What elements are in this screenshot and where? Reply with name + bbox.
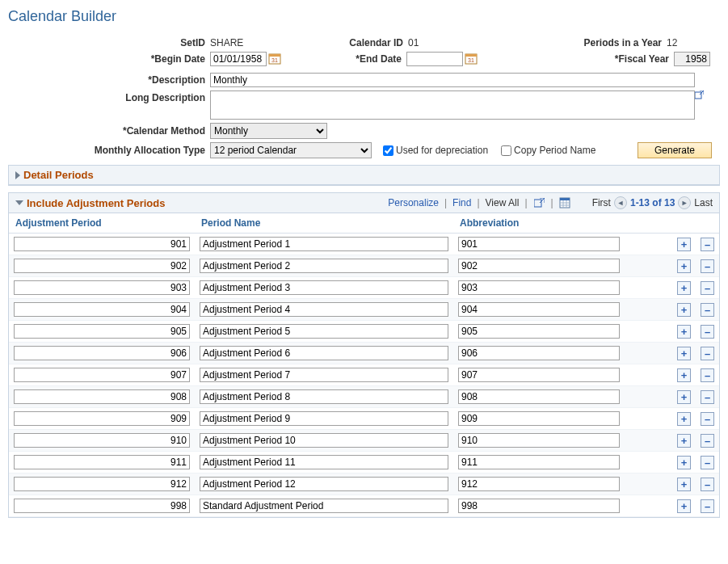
abbreviation-input[interactable] xyxy=(458,302,620,317)
delete-row-button[interactable]: – xyxy=(701,238,714,251)
add-row-button[interactable]: + xyxy=(677,238,691,251)
adjustment-period-input[interactable] xyxy=(14,389,190,404)
abbreviation-input[interactable] xyxy=(458,324,620,339)
adjustment-period-input[interactable] xyxy=(14,324,190,339)
adjustment-period-input[interactable] xyxy=(14,499,190,513)
calendar-id-label: Calendar ID xyxy=(343,37,408,48)
adjustment-period-input[interactable] xyxy=(14,477,190,491)
adjustment-periods-title: Include Adjustment Periods xyxy=(27,197,165,209)
col-period-name[interactable]: Period Name xyxy=(195,213,453,234)
svg-text:31: 31 xyxy=(271,57,278,63)
period-name-input[interactable] xyxy=(200,455,448,469)
last-link[interactable]: Last xyxy=(694,197,713,208)
abbreviation-input[interactable] xyxy=(458,411,620,426)
calendar-icon[interactable]: 31 xyxy=(268,53,281,65)
detail-periods-header[interactable]: Detail Periods xyxy=(9,166,719,185)
period-name-input[interactable] xyxy=(200,324,448,339)
adjustment-period-input[interactable] xyxy=(14,237,190,251)
add-row-button[interactable]: + xyxy=(677,347,691,360)
abbreviation-input[interactable] xyxy=(458,368,620,382)
abbreviation-input[interactable] xyxy=(458,499,620,513)
personalize-link[interactable]: Personalize xyxy=(388,197,439,208)
abbreviation-input[interactable] xyxy=(458,477,620,491)
copy-period-name-checkbox[interactable] xyxy=(501,145,511,156)
add-row-button[interactable]: + xyxy=(677,478,691,491)
period-name-input[interactable] xyxy=(200,499,448,513)
delete-row-button[interactable]: – xyxy=(701,456,714,469)
col-adjustment-period[interactable]: Adjustment Period xyxy=(9,213,195,234)
adjustment-period-input[interactable] xyxy=(14,259,190,273)
end-date-label: *End Date xyxy=(342,53,406,65)
period-name-input[interactable] xyxy=(200,477,448,491)
adjustment-period-input[interactable] xyxy=(14,368,190,382)
add-row-button[interactable]: + xyxy=(677,499,691,513)
table-row: +– xyxy=(9,495,719,517)
add-row-button[interactable]: + xyxy=(677,412,691,426)
add-row-button[interactable]: + xyxy=(677,303,691,317)
abbreviation-input[interactable] xyxy=(458,259,620,273)
delete-row-button[interactable]: – xyxy=(701,325,714,339)
adjustment-period-input[interactable] xyxy=(14,346,190,360)
begin-date-input[interactable] xyxy=(210,52,267,66)
abbreviation-input[interactable] xyxy=(458,346,620,360)
chevron-down-icon xyxy=(15,200,23,205)
zoom-icon[interactable] xyxy=(533,197,545,209)
add-row-button[interactable]: + xyxy=(677,456,691,469)
period-name-input[interactable] xyxy=(200,280,448,295)
period-name-input[interactable] xyxy=(200,259,448,273)
generate-button[interactable]: Generate xyxy=(638,142,712,158)
adjustment-period-input[interactable] xyxy=(14,411,190,426)
description-input[interactable] xyxy=(210,73,695,87)
abbreviation-input[interactable] xyxy=(458,237,620,251)
delete-row-button[interactable]: – xyxy=(701,281,714,295)
delete-row-button[interactable]: – xyxy=(701,499,714,513)
delete-row-button[interactable]: – xyxy=(701,347,714,360)
download-icon[interactable] xyxy=(559,197,571,209)
monthly-alloc-select[interactable]: 12 period Calendar xyxy=(210,142,372,158)
abbreviation-input[interactable] xyxy=(458,280,620,295)
period-name-input[interactable] xyxy=(200,368,448,382)
delete-row-button[interactable]: – xyxy=(701,368,714,382)
adjustment-periods-toggle[interactable]: Include Adjustment Periods xyxy=(15,197,165,209)
add-row-button[interactable]: + xyxy=(677,368,691,382)
add-row-button[interactable]: + xyxy=(677,434,691,448)
view-all-link[interactable]: View All xyxy=(486,197,520,208)
period-name-input[interactable] xyxy=(200,237,448,251)
long-description-input[interactable] xyxy=(210,90,695,120)
delete-row-button[interactable]: – xyxy=(701,390,714,404)
adjustment-period-input[interactable] xyxy=(14,280,190,295)
delete-row-button[interactable]: – xyxy=(701,478,714,491)
find-link[interactable]: Find xyxy=(452,197,471,208)
fiscal-year-input[interactable] xyxy=(674,52,710,66)
adjustment-period-input[interactable] xyxy=(14,455,190,469)
adjustment-period-input[interactable] xyxy=(14,433,190,448)
add-row-button[interactable]: + xyxy=(677,259,691,273)
abbreviation-input[interactable] xyxy=(458,433,620,448)
abbreviation-input[interactable] xyxy=(458,455,620,469)
delete-row-button[interactable]: – xyxy=(701,412,714,426)
delete-row-button[interactable]: – xyxy=(701,259,714,273)
period-name-input[interactable] xyxy=(200,389,448,404)
delete-row-button[interactable]: – xyxy=(701,434,714,448)
first-link[interactable]: First xyxy=(592,197,611,208)
expand-icon[interactable] xyxy=(695,90,704,99)
table-row: +– xyxy=(9,452,719,474)
period-name-input[interactable] xyxy=(200,302,448,317)
add-row-button[interactable]: + xyxy=(677,390,691,404)
end-date-input[interactable] xyxy=(406,52,463,66)
adjustment-period-input[interactable] xyxy=(14,302,190,317)
add-row-button[interactable]: + xyxy=(677,325,691,339)
add-row-button[interactable]: + xyxy=(677,281,691,295)
period-name-input[interactable] xyxy=(200,411,448,426)
calendar-method-select[interactable]: Monthly xyxy=(210,123,327,139)
delete-row-button[interactable]: – xyxy=(701,303,714,317)
calendar-icon[interactable]: 31 xyxy=(465,53,478,65)
used-for-depreciation-checkbox[interactable] xyxy=(383,145,393,156)
col-abbreviation[interactable]: Abbreviation xyxy=(453,213,672,234)
period-name-input[interactable] xyxy=(200,433,448,448)
prev-arrow-icon[interactable]: ◄ xyxy=(614,196,627,209)
period-name-input[interactable] xyxy=(200,346,448,360)
abbreviation-input[interactable] xyxy=(458,389,620,404)
fiscal-year-label: *Fiscal Year xyxy=(609,53,674,65)
next-arrow-icon[interactable]: ► xyxy=(678,196,691,209)
